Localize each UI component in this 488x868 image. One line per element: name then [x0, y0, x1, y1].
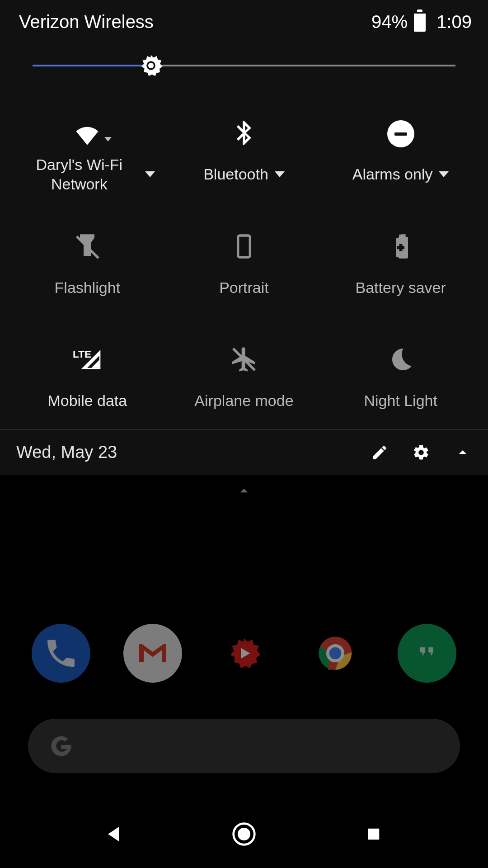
app-gmail[interactable] [123, 624, 182, 683]
dropdown-caret-icon[interactable] [275, 171, 285, 177]
tile-label: Portrait [219, 278, 269, 297]
tile-label: Daryl's Wi-Fi Network [19, 155, 139, 193]
tile-battery-saver[interactable]: Battery saver [322, 230, 479, 307]
battery-percent-label: 94% [371, 12, 408, 32]
airplane-off-icon [230, 345, 258, 376]
app-hangouts[interactable] [398, 624, 456, 683]
tile-label: Bluetooth [203, 165, 268, 184]
tile-label: Mobile data [47, 391, 127, 410]
tile-label: Airplane mode [194, 391, 293, 410]
svg-point-1 [148, 63, 154, 68]
battery-status: 94% [371, 12, 426, 32]
nav-home-button[interactable] [230, 821, 258, 848]
app-youtube[interactable] [215, 624, 273, 683]
tile-wifi[interactable]: Daryl's Wi-Fi Network [9, 116, 166, 193]
svg-rect-4 [399, 235, 403, 238]
navigation-bar [0, 800, 488, 868]
brightness-track [33, 65, 455, 66]
home-screen-dimmed [0, 475, 488, 868]
nav-back-button[interactable] [101, 821, 128, 848]
svg-rect-13 [368, 829, 379, 840]
svg-point-12 [238, 828, 250, 840]
do-not-disturb-icon [387, 120, 414, 147]
dock [0, 624, 488, 683]
settings-button[interactable] [412, 443, 430, 462]
status-bar: Verizon Wireless 94% 1:09 [0, 0, 488, 37]
mobile-data-icon: LTE [73, 345, 102, 376]
night-light-icon [386, 345, 415, 376]
wifi-signal-caret-icon [104, 137, 112, 142]
dropdown-caret-icon[interactable] [439, 171, 449, 177]
tile-night-light[interactable]: Night Light [322, 343, 479, 420]
battery-icon [414, 13, 426, 32]
wifi-icon [73, 118, 102, 149]
edit-tiles-button[interactable] [371, 443, 389, 462]
quick-settings-tiles: Daryl's Wi-Fi Network Bluetooth Alarms o… [0, 84, 488, 420]
tile-mobile-data[interactable]: LTE Mobile data [9, 343, 166, 420]
flashlight-off-icon [73, 232, 102, 263]
tile-label: Night Light [364, 391, 437, 410]
svg-rect-2 [238, 236, 250, 257]
quick-settings-footer: Wed, May 23 [0, 429, 488, 475]
svg-rect-6 [397, 246, 404, 249]
brightness-thumb[interactable] [138, 53, 164, 78]
qs-date-label: Wed, May 23 [16, 443, 347, 462]
tile-airplane[interactable]: Airplane mode [166, 343, 323, 420]
quick-settings-panel: Verizon Wireless 94% 1:09 Daryl's Wi-Fi … [0, 0, 488, 475]
tile-label: Alarms only [352, 165, 433, 184]
app-phone[interactable] [32, 624, 90, 683]
google-search-bar[interactable] [28, 719, 460, 773]
tile-flashlight[interactable]: Flashlight [9, 230, 166, 307]
tile-rotation[interactable]: Portrait [166, 230, 323, 307]
svg-text:LTE: LTE [73, 348, 91, 360]
app-chrome[interactable] [306, 624, 365, 683]
nav-recents-button[interactable] [360, 821, 387, 848]
bluetooth-icon [230, 118, 258, 149]
tile-bluetooth[interactable]: Bluetooth [166, 116, 323, 193]
brightness-slider[interactable] [33, 47, 455, 84]
collapse-button[interactable] [454, 443, 472, 462]
tile-label: Battery saver [356, 278, 446, 297]
battery-saver-icon [386, 232, 415, 263]
tile-label: Flashlight [55, 278, 121, 297]
google-g-icon [48, 733, 74, 759]
dropdown-caret-icon[interactable] [145, 171, 155, 177]
app-drawer-arrow-icon[interactable] [235, 482, 253, 502]
carrier-label: Verizon Wireless [19, 12, 154, 32]
portrait-lock-icon [230, 232, 258, 263]
clock-label: 1:09 [436, 12, 472, 32]
tile-dnd[interactable]: Alarms only [322, 116, 479, 193]
